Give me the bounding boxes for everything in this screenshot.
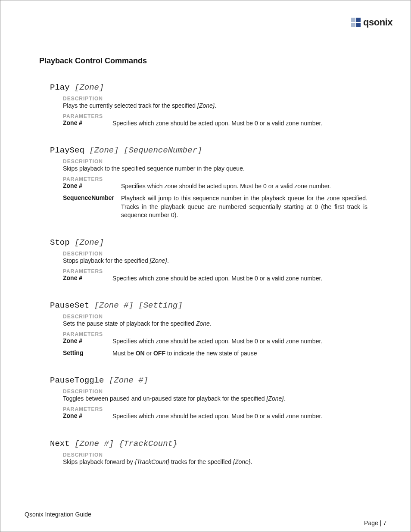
param-row: Zone #Specifies which zone should be act… — [63, 412, 367, 421]
param-name: Zone # — [63, 182, 121, 189]
brand-logo: qsonix — [351, 17, 392, 28]
description-label: DESCRIPTION — [63, 314, 367, 320]
command-args: [Zone #] {TrackCount} — [75, 439, 177, 448]
command-header: PlaySeq [Zone] [SequenceNumber] — [50, 146, 367, 155]
command-block: Play [Zone]DESCRIPTIONPlays the currentl… — [50, 83, 367, 128]
param-row: Zone #Specifies which zone should be act… — [63, 337, 367, 346]
param-name: Zone # — [63, 337, 112, 344]
param-desc: Specifies which zone should be acted upo… — [112, 119, 322, 128]
description-text: Skips playback to the specified sequence… — [63, 165, 367, 173]
description-label: DESCRIPTION — [63, 452, 367, 458]
parameters-label: PARAMETERS — [63, 176, 367, 182]
command-args: [Zone] — [75, 83, 104, 92]
command-name: PauseToggle — [50, 376, 109, 385]
param-name: Zone # — [63, 274, 112, 281]
command-header: Next [Zone #] {TrackCount} — [50, 439, 367, 448]
parameters-label: PARAMETERS — [63, 331, 367, 337]
param-desc: Specifies which zone should be acted upo… — [121, 182, 331, 191]
param-row: Zone #Specifies which zone should be act… — [63, 182, 367, 191]
description-label: DESCRIPTION — [63, 389, 367, 395]
param-desc: Specifies which zone should be acted upo… — [112, 412, 322, 421]
param-name: Zone # — [63, 119, 112, 126]
section-title: Playback Control Commands — [39, 56, 389, 65]
command-block: PauseSet [Zone #] [Setting]DESCRIPTIONSe… — [50, 301, 367, 358]
command-name: Play — [50, 83, 75, 92]
command-name: PlaySeq — [50, 146, 89, 155]
description-label: DESCRIPTION — [63, 159, 367, 165]
param-row: SettingMust be ON or OFF to indicate the… — [63, 349, 367, 358]
param-row: Zone #Specifies which zone should be act… — [63, 274, 367, 283]
param-desc: Specifies which zone should be acted upo… — [112, 274, 322, 283]
command-args: [Zone #] [Setting] — [94, 301, 183, 310]
description-label: DESCRIPTION — [63, 96, 367, 102]
command-header: Play [Zone] — [50, 83, 367, 92]
param-name: Setting — [63, 349, 112, 356]
command-block: Next [Zone #] {TrackCount}DESCRIPTIONSki… — [50, 439, 367, 466]
command-block: Stop [Zone]DESCRIPTIONStops playback for… — [50, 238, 367, 283]
command-block: PauseToggle [Zone #]DESCRIPTIONToggles b… — [50, 376, 367, 420]
description-text: Plays the currently selected track for t… — [63, 102, 367, 110]
command-name: Next — [50, 439, 75, 448]
command-header: PauseToggle [Zone #] — [50, 376, 367, 385]
footer-page-number: Page | 7 — [364, 520, 386, 526]
description-text: Sets the pause state of playback for the… — [63, 320, 367, 328]
command-name: Stop — [50, 238, 75, 247]
param-name: SequenceNumber — [63, 194, 121, 201]
logo-icon — [351, 18, 361, 27]
command-name: PauseSet — [50, 301, 94, 310]
command-header: Stop [Zone] — [50, 238, 367, 247]
description-text: Stops playback for the specified [Zone}. — [63, 257, 367, 265]
command-args: [Zone #] — [109, 376, 148, 385]
param-name: Zone # — [63, 412, 112, 419]
parameters-label: PARAMETERS — [63, 268, 367, 274]
description-text: Toggles between paused and un-paused sta… — [63, 395, 367, 403]
footer-doc-title: Qsonix Integration Guide — [25, 511, 386, 518]
description-label: DESCRIPTION — [63, 251, 367, 257]
command-block: PlaySeq [Zone] [SequenceNumber]DESCRIPTI… — [50, 146, 367, 219]
description-text: Skips playback forward by {TrackCount} t… — [63, 458, 367, 466]
command-args: [Zone] — [75, 238, 104, 247]
param-desc: Must be ON or OFF to indicate the new st… — [112, 349, 257, 358]
parameters-label: PARAMETERS — [63, 113, 367, 119]
param-desc: Specifies which zone should be acted upo… — [112, 337, 322, 346]
param-row: Zone #Specifies which zone should be act… — [63, 119, 367, 128]
command-header: PauseSet [Zone #] [Setting] — [50, 301, 367, 310]
parameters-label: PARAMETERS — [63, 406, 367, 412]
command-args: [Zone] [SequenceNumber] — [89, 146, 202, 155]
param-row: SequenceNumberPlayback will jump to this… — [63, 194, 367, 220]
param-desc: Playback will jump to this sequence numb… — [121, 194, 367, 220]
brand-name: qsonix — [363, 17, 392, 28]
